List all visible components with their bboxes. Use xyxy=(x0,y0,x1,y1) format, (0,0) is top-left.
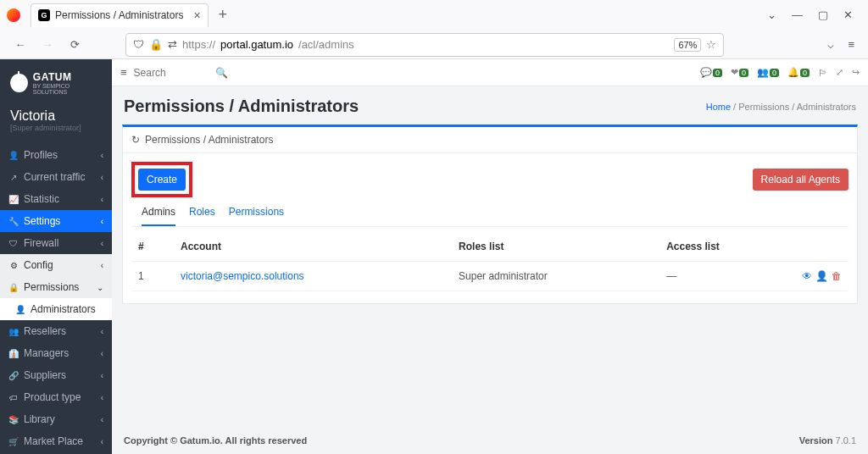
chevron-icon: ‹ xyxy=(101,327,103,336)
sidebar-item-managers[interactable]: 👔Managers‹ xyxy=(0,342,112,364)
sidebar-item-product-type[interactable]: 🏷Product type‹ xyxy=(0,386,112,408)
shield-icon: 🛡 xyxy=(133,38,144,51)
panel-title: Permissions / Administrators xyxy=(145,134,273,146)
page-head: Permissions / Administrators Home / Perm… xyxy=(112,86,868,125)
topbar-badges: 💬0❤0👥0🔔0🏳⤢↪ xyxy=(700,67,860,78)
tab-permissions[interactable]: Permissions xyxy=(229,206,284,226)
admins-table: # Account Roles list Access list 1victor… xyxy=(131,232,849,291)
nav-icon: 👥 xyxy=(8,327,19,336)
pocket-icon[interactable]: ⌵ xyxy=(824,38,837,51)
topbar-badge[interactable]: 🔔0 xyxy=(787,67,810,78)
chevron-icon: ‹ xyxy=(101,173,103,182)
sidebar-item-suppliers[interactable]: 🔗Suppliers‹ xyxy=(0,364,112,386)
panel: ↻ Permissions / Administrators Create Re… xyxy=(122,125,858,304)
main: ≡ 🔍 💬0❤0👥0🔔0🏳⤢↪ Permissions / Administra… xyxy=(112,59,868,454)
maximize-icon[interactable]: ▢ xyxy=(818,8,828,21)
version: Version 7.0.1 xyxy=(799,435,856,446)
sidebar-item-profiles[interactable]: 👤Profiles‹ xyxy=(0,144,112,166)
sidebar-item-resellers[interactable]: 👥Resellers‹ xyxy=(0,320,112,342)
chevron-icon: ‹ xyxy=(101,437,103,446)
minimize-icon[interactable]: ― xyxy=(792,8,803,21)
topbar-icon[interactable]: 🏳 xyxy=(818,68,827,78)
browser-tab[interactable]: G Permissions / Administrators × xyxy=(31,3,209,27)
create-button[interactable]: Create xyxy=(138,169,186,191)
brand-name: GATUM xyxy=(33,71,102,83)
new-tab-button[interactable]: + xyxy=(212,6,235,24)
sidebar-item-market-place[interactable]: 🛒Market Place‹ xyxy=(0,430,112,452)
chevron-icon: ‹ xyxy=(101,239,103,248)
tabs: AdminsRolesPermissions xyxy=(131,197,849,227)
search-icon[interactable]: 🔍 xyxy=(215,67,228,79)
reload-agents-button[interactable]: Reload all Agents xyxy=(753,169,849,191)
hamburger-icon[interactable]: ≡ xyxy=(120,66,127,79)
nav-icon: 🔗 xyxy=(8,371,19,380)
chevron-down-icon[interactable]: ⌄ xyxy=(767,8,776,21)
nav-icon: ↗ xyxy=(8,173,19,182)
tab-admins[interactable]: Admins xyxy=(142,206,175,226)
sidebar-item-statistic[interactable]: 📈Statistic‹ xyxy=(0,188,112,210)
create-highlight: Create xyxy=(131,162,192,197)
col-account: Account xyxy=(174,232,452,262)
search-box[interactable]: 🔍 xyxy=(134,67,253,79)
close-window-icon[interactable]: ✕ xyxy=(843,8,853,21)
chevron-icon: ‹ xyxy=(101,371,103,380)
user-role: [Super administrator] xyxy=(10,124,102,132)
topbar-icon[interactable]: ↪ xyxy=(852,67,860,78)
topbar-badge[interactable]: 💬0 xyxy=(700,67,722,78)
copyright: Copyright © Gatum.io. All rights reserve… xyxy=(124,435,307,446)
sidebar-item-config[interactable]: ⚙Config‹ xyxy=(0,254,112,276)
chevron-icon: ‹ xyxy=(101,217,103,226)
url-field[interactable]: 🛡 🔒 ⇄ https://portal.gatum.io/acl/admins… xyxy=(125,33,724,57)
reload-button[interactable]: ⟳ xyxy=(64,35,85,55)
chevron-icon: ‹ xyxy=(101,261,103,270)
nav-icon: 🛒 xyxy=(8,437,19,446)
topbar-badge[interactable]: ❤0 xyxy=(731,67,748,78)
zoom-badge[interactable]: 67% xyxy=(674,38,701,52)
menu-icon[interactable]: ≡ xyxy=(844,38,858,51)
back-button[interactable]: ← xyxy=(10,35,31,55)
lock-icon: 🔒 xyxy=(149,38,163,51)
crumb-current: Permissions / Administrators xyxy=(738,102,856,112)
chevron-icon: ‹ xyxy=(101,393,103,402)
sidebar-item-current-traffic[interactable]: ↗Current traffic‹ xyxy=(0,166,112,188)
close-tab-icon[interactable]: × xyxy=(193,8,200,22)
topbar-badge[interactable]: 👥0 xyxy=(757,67,779,78)
forward-button[interactable]: → xyxy=(37,35,58,55)
refresh-icon[interactable]: ↻ xyxy=(131,134,140,146)
app-root: GATUM BY SEMPICO SOLUTIONS Victoria [Sup… xyxy=(0,59,868,454)
tab-roles[interactable]: Roles xyxy=(189,206,215,226)
nav-icon: 👔 xyxy=(8,349,19,358)
user-icon[interactable]: 👤 xyxy=(815,270,828,282)
sidebar-item-permissions[interactable]: 🔒Permissions⌄ xyxy=(0,276,112,298)
logo-icon xyxy=(10,74,28,92)
col-actions xyxy=(795,232,849,262)
sidebar-item-library[interactable]: 📚Library‹ xyxy=(0,408,112,430)
favicon-icon: G xyxy=(38,9,50,21)
sidebar-sub-administrators[interactable]: 👤Administrators xyxy=(0,298,112,320)
footer: Copyright © Gatum.io. All rights reserve… xyxy=(112,427,868,454)
breadcrumb: Home / Permissions / Administrators xyxy=(706,102,856,112)
crumb-home[interactable]: Home xyxy=(706,102,731,112)
nav-icon: 🏷 xyxy=(8,393,19,402)
bookmark-icon[interactable]: ☆ xyxy=(706,38,716,51)
nav-icon: 🔒 xyxy=(8,283,19,292)
view-icon[interactable]: 👁 xyxy=(802,270,812,282)
chevron-icon: ⌄ xyxy=(97,283,103,292)
topbar: ≡ 🔍 💬0❤0👥0🔔0🏳⤢↪ xyxy=(112,59,868,86)
search-input[interactable] xyxy=(134,67,210,79)
sidebar-item-settings[interactable]: 🔧Settings‹ xyxy=(0,210,112,232)
nav-icon: 🛡 xyxy=(8,239,19,248)
firefox-logo-icon xyxy=(7,8,20,22)
col-num: # xyxy=(131,232,174,262)
nav-icon: 👤 xyxy=(8,151,19,160)
action-row: Create Reload all Agents xyxy=(131,162,849,197)
topbar-icon[interactable]: ⤢ xyxy=(836,67,843,78)
panel-body: Create Reload all Agents AdminsRolesPerm… xyxy=(123,153,857,303)
url-prefix: https:// xyxy=(182,38,215,51)
col-access: Access list xyxy=(659,232,795,262)
sidebar-item-firewall[interactable]: 🛡Firewall‹ xyxy=(0,232,112,254)
delete-icon[interactable]: 🗑 xyxy=(832,270,842,282)
nav-icon: 📈 xyxy=(8,195,19,204)
logo: GATUM BY SEMPICO SOLUTIONS xyxy=(0,59,112,103)
account-link[interactable]: victoria@sempico.solutions xyxy=(181,270,304,282)
